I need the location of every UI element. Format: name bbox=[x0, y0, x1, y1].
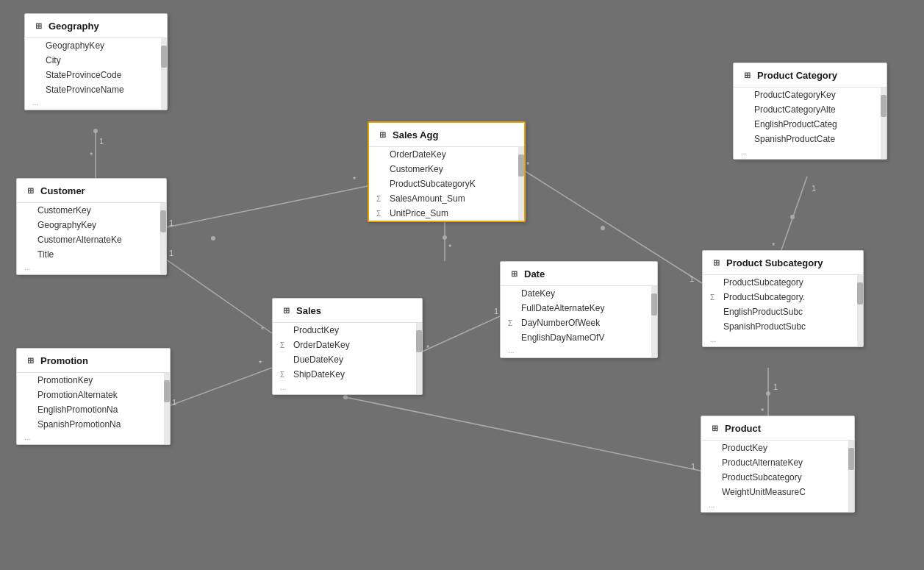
field-row: EnglishProductSubc bbox=[703, 304, 863, 319]
svg-text:*: * bbox=[761, 407, 764, 416]
svg-point-1 bbox=[93, 129, 98, 133]
svg-point-21 bbox=[601, 226, 605, 230]
field-row: DateKey bbox=[501, 286, 657, 301]
product-category-body: ProductCategoryKey ProductCategoryAlte E… bbox=[734, 88, 887, 159]
sales-agg-header: ⊞ Sales Agg bbox=[369, 123, 524, 147]
field-row: GeographyKey bbox=[25, 38, 167, 53]
geography-body: GeographyKey City StateProvinceCode Stat… bbox=[25, 38, 167, 110]
field-row: GeographyKey bbox=[17, 218, 166, 232]
field-row: Σ UnitPrice_Sum bbox=[369, 206, 524, 221]
svg-point-27 bbox=[790, 215, 795, 219]
table-icon: ⊞ bbox=[710, 257, 722, 268]
field-row: SpanishProductSubc bbox=[703, 319, 863, 334]
svg-text:*: * bbox=[448, 243, 452, 252]
svg-point-15 bbox=[443, 235, 447, 240]
svg-text:1: 1 bbox=[99, 137, 104, 146]
field-row: Σ SalesAmount_Sum bbox=[369, 191, 524, 206]
table-icon: ⊞ bbox=[709, 422, 720, 434]
promotion-header: ⊞ Promotion bbox=[17, 349, 170, 373]
svg-line-17 bbox=[419, 316, 500, 353]
svg-line-11 bbox=[167, 368, 272, 407]
field-row: ProductCategoryAlte bbox=[734, 102, 887, 117]
svg-text:*: * bbox=[426, 343, 430, 352]
field-row: DueDateKey bbox=[273, 352, 422, 367]
svg-text:*: * bbox=[772, 241, 776, 250]
field-row: Σ OrderDateKey bbox=[273, 338, 422, 352]
field-row: CustomerAlternateKe bbox=[17, 232, 166, 247]
table-icon: ⊞ bbox=[32, 20, 44, 32]
field-row: PromotionAlternatek bbox=[17, 388, 170, 402]
sales-agg-body: OrderDateKey CustomerKey ProductSubcateg… bbox=[369, 147, 524, 221]
date-table: ⊞ Date DateKey FullDateAlternateKey Σ Da… bbox=[500, 261, 658, 358]
field-row: ProductSubcategoryK bbox=[369, 177, 524, 191]
product-subcategory-table: ⊞ Product Subcategory ProductSubcategory… bbox=[702, 250, 864, 347]
promotion-body: PromotionKey PromotionAlternatek English… bbox=[17, 373, 170, 444]
field-row: ProductSubcategory bbox=[701, 470, 854, 485]
sales-agg-table: ⊞ Sales Agg OrderDateKey CustomerKey Pro… bbox=[368, 121, 526, 222]
field-row: WeightUnitMeasureC bbox=[701, 485, 854, 499]
table-icon: ⊞ bbox=[24, 185, 36, 196]
field-row: ProductAlternateKey bbox=[701, 455, 854, 470]
svg-text:*: * bbox=[259, 359, 262, 368]
svg-point-33 bbox=[343, 395, 348, 399]
field-row: SpanishPromotionNa bbox=[17, 417, 170, 432]
field-row: CustomerKey bbox=[369, 162, 524, 177]
diagram-canvas: * 1 1 * 1 * 1 * * * 1 * 1 1 * 1 bbox=[0, 0, 924, 570]
product-category-header: ⊞ Product Category bbox=[734, 63, 887, 88]
field-row: OrderDateKey bbox=[369, 147, 524, 162]
svg-text:*: * bbox=[526, 160, 530, 169]
table-icon: ⊞ bbox=[376, 129, 388, 140]
svg-line-24 bbox=[781, 177, 807, 250]
field-row: City bbox=[25, 53, 167, 68]
customer-body: CustomerKey GeographyKey CustomerAlterna… bbox=[17, 203, 166, 274]
date-body: DateKey FullDateAlternateKey Σ DayNumber… bbox=[501, 286, 657, 357]
product-header: ⊞ Product bbox=[701, 416, 854, 441]
field-row: PromotionKey bbox=[17, 373, 170, 388]
svg-text:1: 1 bbox=[812, 184, 816, 193]
sales-table: ⊞ Sales ProductKey Σ OrderDateKey DueDat… bbox=[272, 298, 423, 395]
table-icon: ⊞ bbox=[24, 355, 36, 366]
svg-text:1: 1 bbox=[494, 307, 498, 316]
date-header: ⊞ Date bbox=[501, 262, 657, 286]
svg-text:*: * bbox=[353, 175, 357, 184]
field-row: CustomerKey bbox=[17, 203, 166, 218]
svg-line-4 bbox=[163, 186, 368, 228]
product-category-table: ⊞ Product Category ProductCategoryKey Pr… bbox=[733, 63, 887, 160]
svg-point-31 bbox=[766, 391, 770, 396]
sales-body: ProductKey Σ OrderDateKey DueDateKey Σ S… bbox=[273, 323, 422, 394]
product-body: ProductKey ProductAlternateKey ProductSu… bbox=[701, 441, 854, 512]
svg-text:1: 1 bbox=[691, 462, 695, 471]
geography-table: ⊞ Geography GeographyKey City StateProvi… bbox=[24, 13, 168, 110]
field-row: SpanishProductCate bbox=[734, 132, 887, 146]
svg-text:1: 1 bbox=[172, 398, 176, 407]
customer-header: ⊞ Customer bbox=[17, 179, 166, 203]
field-row: EnglishProductCateg bbox=[734, 117, 887, 132]
svg-text:1: 1 bbox=[169, 218, 173, 227]
field-row: EnglishPromotionNa bbox=[17, 402, 170, 417]
svg-text:*: * bbox=[90, 151, 93, 160]
field-row: Σ DayNumberOfWeek bbox=[501, 316, 657, 330]
svg-text:*: * bbox=[261, 325, 265, 334]
geography-header: ⊞ Geography bbox=[25, 14, 167, 38]
table-icon: ⊞ bbox=[741, 69, 753, 81]
field-row: Σ ProductSubcategory. bbox=[703, 290, 863, 304]
svg-line-8 bbox=[163, 257, 272, 333]
svg-text:1: 1 bbox=[169, 249, 173, 257]
svg-text:1: 1 bbox=[773, 382, 778, 391]
table-icon: ⊞ bbox=[280, 304, 292, 316]
field-row: ProductSubcategory bbox=[703, 275, 863, 290]
field-row: FullDateAlternateKey bbox=[501, 301, 657, 316]
field-row: ProductKey bbox=[701, 441, 854, 455]
product-subcategory-header: ⊞ Product Subcategory bbox=[703, 251, 863, 275]
field-row: ProductCategoryKey bbox=[734, 88, 887, 102]
sales-header: ⊞ Sales bbox=[273, 299, 422, 323]
product-subcategory-body: ProductSubcategory Σ ProductSubcategory.… bbox=[703, 275, 863, 346]
customer-table: ⊞ Customer CustomerKey GeographyKey Cust… bbox=[16, 178, 167, 275]
svg-text:1: 1 bbox=[690, 274, 694, 283]
field-row: StateProvinceCode bbox=[25, 68, 167, 82]
promotion-table: ⊞ Promotion PromotionKey PromotionAltern… bbox=[16, 348, 171, 445]
svg-point-7 bbox=[211, 236, 215, 241]
field-row: Σ ShipDateKey bbox=[273, 367, 422, 382]
field-row: EnglishDayNameOfV bbox=[501, 330, 657, 345]
field-row: ProductKey bbox=[273, 323, 422, 338]
